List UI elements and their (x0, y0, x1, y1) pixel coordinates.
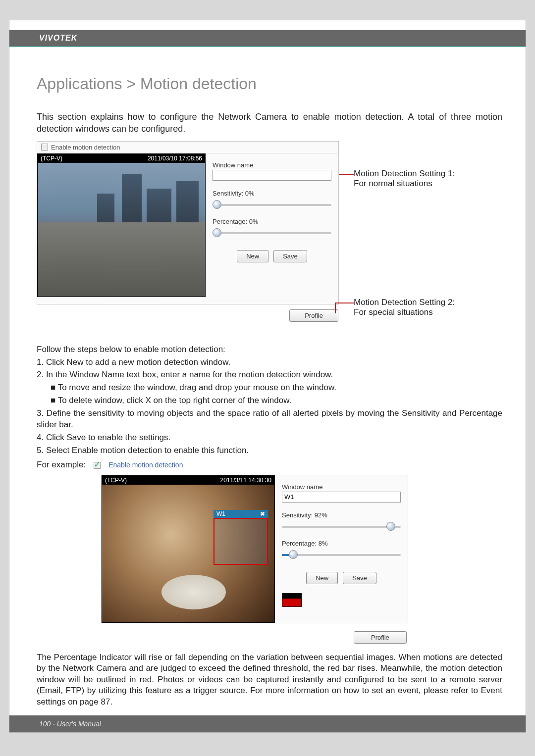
stream-timestamp: 2011/03/10 17:08:56 (148, 155, 202, 162)
video-preview-1[interactable]: (TCP-V) 2011/03/10 17:08:56 (37, 153, 206, 297)
step-4: 4. Click Save to enable the settings. (37, 432, 502, 444)
step-3: 3. Define the sensitivity to moving obje… (37, 408, 502, 431)
page-footer: 100 - User's Manual (9, 715, 526, 732)
step-1: 1. Click New to add a new motion detecti… (37, 357, 502, 368)
motion-panel-2: (TCP-V) 2011/3/11 14:30:30 W1 ✖ Window (101, 475, 408, 623)
motion-controls-2: Window name Sensitivity: 92% Percentage:… (275, 475, 408, 623)
save-button-2[interactable]: Save (343, 572, 376, 584)
profile-button[interactable]: Profile (289, 309, 338, 322)
motion-window-box[interactable]: W1 ✖ (214, 518, 268, 565)
stream-timestamp-2: 2011/3/11 14:30:30 (220, 477, 271, 484)
footer-text: 100 - User's Manual (39, 720, 101, 728)
intro-paragraph: This section explains how to configure t… (37, 111, 502, 135)
example-enable-label: Enable motion detection (108, 460, 183, 470)
percentage-label-2: Percentage: 8% (282, 540, 401, 547)
step-2b: ■ To delete window, click X on the top r… (37, 395, 502, 406)
for-example-label: For example: (37, 459, 86, 471)
profile-button-2[interactable]: Profile (354, 631, 407, 644)
motion-controls-1: Window name Sensitivity: 0% Percentage: … (206, 153, 338, 297)
sensitivity-label: Sensitivity: 0% (213, 190, 331, 197)
window-name-label: Window name (213, 161, 331, 169)
page-title: Applications > Motion detection (37, 75, 502, 93)
brand-logo: VIVOTEK (39, 34, 77, 43)
enable-motion-label: Enable motion detection (51, 144, 120, 151)
percentage-indicator (282, 593, 302, 607)
sensitivity-slider[interactable] (213, 199, 331, 211)
anno2-line1: Motion Detection Setting 2: (354, 298, 455, 307)
page-header: VIVOTEK (9, 30, 526, 46)
stream-name-2: (TCP-V) (105, 477, 127, 484)
stream-name: (TCP-V) (41, 155, 62, 162)
sensitivity-label-2: Sensitivity: 92% (282, 511, 401, 519)
closing-paragraph: The Percentage Indicator will rise or fa… (37, 652, 502, 707)
enable-motion-checkbox[interactable] (41, 144, 48, 151)
annotation-setting-1: Motion Detection Setting 1: For normal s… (354, 169, 455, 189)
motion-box-label: W1 (216, 510, 225, 517)
example-enable-checkbox[interactable] (94, 462, 101, 469)
video-preview-2[interactable]: (TCP-V) 2011/3/11 14:30:30 W1 ✖ (102, 475, 275, 623)
anno2-line2: For special situations (354, 307, 455, 317)
step-2: 2. In the Window Name text box, enter a … (37, 369, 502, 381)
motion-box-close-icon[interactable]: ✖ (260, 510, 265, 517)
sensitivity-slider-2[interactable] (282, 521, 401, 533)
motion-panel-1: Enable motion detection (TCP-V) 2011/03/… (37, 141, 339, 304)
window-name-input[interactable] (213, 170, 331, 181)
new-button[interactable]: New (237, 250, 268, 262)
window-name-input-2[interactable] (282, 492, 401, 503)
anno1-line1: Motion Detection Setting 1: (354, 169, 455, 179)
anno1-line2: For normal situations (354, 179, 455, 189)
annotation-setting-2: Motion Detection Setting 2: For special … (354, 298, 455, 317)
step-2a: ■ To move and resize the window, drag an… (37, 382, 502, 394)
save-button[interactable]: Save (273, 250, 307, 262)
steps-intro: Follow the steps below to enable motion … (37, 344, 502, 355)
header-rule (9, 46, 526, 47)
percentage-slider[interactable] (213, 227, 331, 239)
percentage-slider-2[interactable] (282, 549, 401, 561)
percentage-label: Percentage: 0% (213, 218, 331, 225)
step-5: 5. Select Enable motion detection to ena… (37, 445, 502, 456)
new-button-2[interactable]: New (306, 572, 338, 584)
window-name-label-2: Window name (282, 483, 401, 491)
